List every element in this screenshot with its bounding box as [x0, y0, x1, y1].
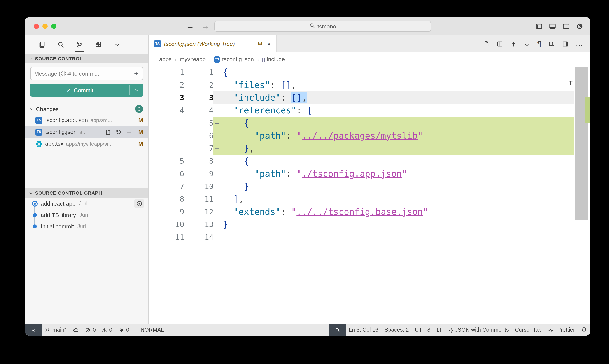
double-check-icon: ✓✓ — [548, 326, 555, 333]
commit-dot-icon — [31, 224, 38, 228]
commit-author: Juri — [79, 212, 88, 218]
scrollbar-thumb[interactable] — [575, 67, 588, 220]
file-row-app.tsx[interactable]: app.tsxapps/myviteapp/sr...M — [25, 138, 148, 150]
breadcrumb-item-myviteapp[interactable]: myviteapp — [180, 56, 206, 63]
settings-button[interactable] — [576, 23, 583, 30]
braces-icon: {} — [449, 327, 453, 333]
minimize-window-button[interactable] — [42, 24, 48, 29]
commit-label: Commit — [74, 87, 93, 93]
toggle-panel-button[interactable] — [549, 23, 556, 30]
prev-change-button[interactable] — [510, 40, 517, 47]
tab-bar: TS tsconfig.json (Working Tree) M × ¶… — [149, 35, 590, 52]
forward-button[interactable]: → — [201, 21, 209, 31]
code-line[interactable]: 710 } — [149, 180, 574, 193]
git-status-badge: M — [138, 129, 143, 135]
code-line[interactable]: 912 "extends": "../../tsconfig.base.json… — [149, 206, 574, 218]
breadcrumb-item-include[interactable]: [ ]include — [262, 56, 285, 63]
explorer-tab[interactable] — [35, 35, 50, 54]
command-center-search[interactable]: tsmono — [214, 21, 431, 32]
commit-row[interactable]: add react appJuri — [25, 198, 148, 209]
code-line[interactable]: 6+ "path": "../../packages/mytslib" — [149, 130, 574, 142]
formatter[interactable]: ✓✓Prettier — [545, 324, 578, 336]
close-window-button[interactable] — [34, 24, 39, 29]
tab-tsconfig-working-tree[interactable]: TS tsconfig.json (Working Tree) M × — [149, 35, 276, 52]
status-bar: main*0⚠00-- NORMAL -- Ln 3, Col 16Spaces… — [25, 324, 590, 336]
search-tab[interactable] — [53, 35, 68, 54]
commit-dropdown-button[interactable] — [130, 84, 143, 97]
tab-modified-badge: M — [258, 41, 262, 47]
toggle-primary-sidebar-button[interactable] — [535, 23, 543, 30]
more-actions-button[interactable]: … — [576, 40, 583, 47]
commit-graph-list: add react appJuriadd TS libraryJuriIniti… — [25, 198, 148, 232]
zoom-indicator[interactable] — [330, 324, 346, 336]
file-row-tsconfig.app.json[interactable]: TStsconfig.app.jsonapps/m...M — [25, 114, 148, 126]
whitespace-button[interactable]: ¶ — [537, 40, 542, 47]
commit-message-input[interactable] — [34, 70, 133, 77]
commit-dot-icon — [31, 213, 38, 217]
zoom-window-button[interactable] — [51, 24, 56, 29]
next-change-button[interactable] — [524, 40, 530, 47]
code-line[interactable]: 7+ }, — [149, 142, 574, 155]
code-line[interactable]: 5+ { — [149, 117, 574, 130]
commit-row[interactable]: Initial commitJuri — [25, 221, 148, 232]
map-button[interactable] — [549, 40, 555, 47]
code-line[interactable]: 811 ], — [149, 193, 574, 206]
toggle-secondary-sidebar-button[interactable] — [563, 23, 570, 30]
ts-icon: TS — [35, 129, 42, 135]
code-line[interactable]: 33 "include": [], — [149, 91, 574, 104]
notifications[interactable] — [578, 324, 590, 336]
sync-button[interactable] — [70, 324, 82, 336]
indentation[interactable]: Spaces: 2 — [381, 324, 412, 336]
changes-section-header[interactable]: Changes 3 — [25, 104, 148, 114]
stage-changes-button[interactable] — [126, 129, 132, 135]
source-control-tab[interactable] — [72, 35, 87, 54]
extensions-tab[interactable] — [91, 35, 106, 54]
more-views-button[interactable] — [110, 35, 125, 54]
branch-item[interactable]: main* — [41, 324, 70, 336]
editor-group: TS tsconfig.json (Working Tree) M × ¶… a… — [149, 35, 590, 324]
ts-icon: TS — [214, 56, 220, 62]
chevron-down-icon — [29, 106, 34, 111]
language-mode[interactable]: {}JSON with Comments — [446, 324, 512, 336]
commit-button[interactable]: ✓ Commit — [30, 84, 143, 97]
commit-row[interactable]: add TS libraryJuri — [25, 209, 148, 221]
sparkle-icon[interactable] — [133, 71, 139, 76]
code-line[interactable]: 1114 — [149, 231, 574, 244]
warning-count[interactable]: ⚠0 — [99, 324, 115, 336]
cloud-icon — [73, 327, 79, 333]
code-line[interactable]: 1013} — [149, 218, 574, 231]
breadcrumb-item-tsconfig.json[interactable]: TStsconfig.json — [214, 56, 254, 63]
open-changes-button[interactable] — [497, 40, 503, 47]
cursor-tab[interactable]: Cursor Tab — [512, 324, 545, 336]
breadcrumb-item-apps[interactable]: apps — [159, 56, 171, 63]
remote-button[interactable] — [25, 324, 41, 336]
source-control-title: SOURCE CONTROL — [35, 56, 82, 61]
open-file-button[interactable] — [483, 41, 490, 47]
source-control-graph-header[interactable]: SOURCE CONTROL GRAPH — [25, 188, 148, 198]
file-row-tsconfig.json[interactable]: TStsconfig.jsona...M — [25, 126, 148, 138]
code-line[interactable]: 69 "path": "./tsconfig.app.json" — [149, 168, 574, 180]
commit-message: Initial commit — [41, 223, 74, 230]
close-tab-button[interactable]: × — [267, 40, 271, 47]
encoding[interactable]: UTF-8 — [412, 324, 434, 336]
error-count[interactable]: 0 — [82, 324, 99, 336]
split-editor-button[interactable] — [562, 40, 569, 47]
diff-editor[interactable]: 11{22 "files": [],33 "include": [],44 "r… — [149, 66, 590, 324]
source-control-header[interactable]: SOURCE CONTROL — [25, 54, 148, 64]
open-file-button[interactable] — [105, 129, 111, 135]
goto-ref-button[interactable] — [134, 199, 144, 208]
code-line[interactable]: 22 "files": [], — [149, 79, 574, 91]
graph-title: SOURCE CONTROL GRAPH — [35, 190, 102, 195]
code-line[interactable]: 44 "references": [ — [149, 104, 574, 117]
vscode-window: ← → tsmono SOURCE CONTROL — [25, 17, 590, 336]
ports-item[interactable]: 0 — [115, 324, 132, 336]
vim-mode[interactable]: -- NORMAL -- — [132, 324, 172, 336]
code-line[interactable]: 11{ — [149, 66, 574, 79]
file-name: app.tsx — [45, 141, 64, 147]
back-button[interactable]: ← — [186, 21, 194, 31]
eol[interactable]: LF — [434, 324, 446, 336]
cursor-position[interactable]: Ln 3, Col 16 — [346, 324, 381, 336]
code-line[interactable]: 58 { — [149, 155, 574, 168]
discard-changes-button[interactable] — [116, 129, 122, 135]
search-icon — [309, 23, 315, 30]
